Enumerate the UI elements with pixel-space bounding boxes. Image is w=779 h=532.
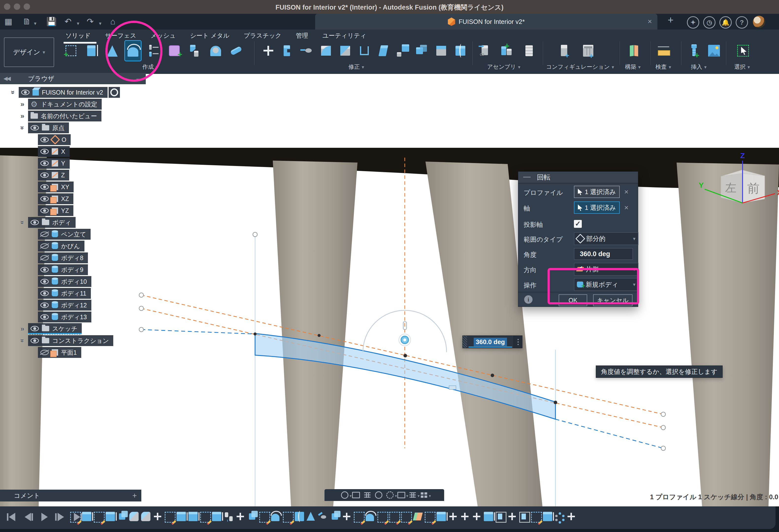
browser-row-ボディ13[interactable]: ボディ13 xyxy=(0,311,92,322)
timeline-feature-loft[interactable] xyxy=(306,512,315,521)
app-grid-icon[interactable]: ▦ xyxy=(4,17,12,26)
timeline-feature-move[interactable] xyxy=(153,512,162,521)
browser-item[interactable]: 原点 xyxy=(28,122,69,133)
user-avatar[interactable] xyxy=(753,16,765,28)
ribbon-tab-ソリッド[interactable]: ソリッド xyxy=(65,32,91,40)
browser-row-ボディ[interactable]: »ボディ xyxy=(0,217,75,228)
browser-row-コンストラクション[interactable]: »コンストラクション xyxy=(0,335,113,346)
browser-row-FUISON for Interior v2[interactable]: »FUISON for Interior v2 xyxy=(0,87,120,98)
configuration-tool-icon[interactable]: + xyxy=(557,41,573,61)
floating-angle-input[interactable]: 360.0 deg xyxy=(462,336,523,348)
timeline-feature-offset[interactable] xyxy=(318,512,328,521)
zoom-icon[interactable] xyxy=(374,491,383,499)
visibility-eye-off-icon[interactable] xyxy=(40,243,49,249)
timeline-feature-sketch[interactable] xyxy=(531,512,542,523)
section-label-構築[interactable]: 構築 xyxy=(625,63,641,71)
look-at-icon[interactable] xyxy=(351,491,361,499)
comment-bar[interactable]: コメント + xyxy=(0,490,141,501)
visibility-eye-off-icon[interactable] xyxy=(40,232,49,237)
move-tool-icon[interactable] xyxy=(260,41,276,61)
timeline-feature-sketch[interactable] xyxy=(401,512,412,523)
browser-row-ボディ8[interactable]: ボディ8 xyxy=(0,252,88,263)
timeline-feature-fill[interactable] xyxy=(496,512,506,523)
browser-row-ドキュメントの設定[interactable]: »⚙ドキュメントの設定 xyxy=(0,99,102,110)
browser-row-ボディ10[interactable]: ボディ10 xyxy=(0,276,92,287)
browser-row-スケッチ[interactable]: »スケッチ xyxy=(0,323,82,335)
timeline-feature-sketch[interactable] xyxy=(377,512,388,523)
scale-tool-icon[interactable] xyxy=(395,41,411,61)
undo-icon[interactable]: ↶ xyxy=(64,17,72,26)
browser-row-XY[interactable]: XY xyxy=(0,181,74,193)
hole-tool-icon[interactable] xyxy=(208,41,224,61)
timeline-feature-pattern[interactable] xyxy=(555,512,564,521)
timeline-feature-extrude[interactable] xyxy=(188,512,198,521)
browser-item[interactable]: ボディ xyxy=(28,217,75,228)
visibility-eye-off-icon[interactable] xyxy=(40,255,49,260)
layout-grid-icon[interactable]: ▾ xyxy=(408,491,418,499)
visibility-eye-icon[interactable] xyxy=(31,220,39,225)
fillet-tool-icon[interactable] xyxy=(318,41,334,61)
save-icon[interactable]: 💾 xyxy=(46,17,57,26)
job-status-icon[interactable]: ◷ xyxy=(703,16,715,28)
browser-item[interactable]: XY xyxy=(38,181,74,192)
timeline-feature-sketch[interactable] xyxy=(70,512,81,523)
config-table-tool-icon[interactable]: + xyxy=(581,41,596,61)
timeline-feature-extrude[interactable] xyxy=(436,512,446,521)
timeline-feature-fill[interactable] xyxy=(519,512,530,523)
browser-row-ボディ12[interactable]: ボディ12 xyxy=(0,299,92,311)
browser-item[interactable]: ボディ9 xyxy=(38,264,88,275)
dialog-header[interactable]: — 回転 xyxy=(518,172,638,183)
viewports-icon[interactable]: ▾ xyxy=(419,491,429,499)
browser-row-XZ[interactable]: XZ xyxy=(0,193,73,204)
extrude-tool-icon[interactable] xyxy=(84,41,100,61)
angle-input[interactable]: 360.0 deg xyxy=(574,248,633,260)
component-activate-badge[interactable] xyxy=(109,87,120,98)
caret-icon[interactable]: ▾ xyxy=(429,493,431,498)
browser-item[interactable]: 平面1 xyxy=(38,347,81,358)
timeline-feature-sketch[interactable] xyxy=(165,512,176,523)
visibility-eye-icon[interactable] xyxy=(31,326,39,331)
timeline-go-to-start-button[interactable] xyxy=(9,513,15,521)
axis-clear-icon[interactable]: × xyxy=(624,203,628,212)
browser-row-X[interactable]: X xyxy=(0,146,70,157)
browser-item[interactable]: XZ xyxy=(38,193,73,204)
extent-type-dropdown[interactable]: 部分的 ▾ xyxy=(574,232,639,245)
browser-row-ボディ9[interactable]: ボディ9 xyxy=(0,264,88,275)
browser-item[interactable]: ボディ11 xyxy=(38,288,91,299)
timeline-feature-extrude[interactable] xyxy=(484,512,493,521)
file-menu-icon[interactable]: 🗎 xyxy=(23,17,31,26)
chevron-down-icon[interactable]: » xyxy=(18,337,26,345)
section-label-修正[interactable]: 修正 xyxy=(348,63,364,71)
document-tab-close-icon[interactable]: × xyxy=(648,17,652,25)
visibility-eye-icon[interactable] xyxy=(40,196,49,201)
form-tool-icon[interactable]: + xyxy=(167,41,182,61)
joint-tool-icon[interactable]: + xyxy=(499,41,515,61)
chevron-right-icon[interactable]: » xyxy=(18,325,26,333)
create-sketch-tool-icon[interactable]: + xyxy=(63,41,79,61)
replace-face-tool-icon[interactable] xyxy=(433,41,449,61)
browser-item[interactable]: O xyxy=(38,134,71,145)
visibility-eye-icon[interactable] xyxy=(40,302,49,308)
timeline-feature-sketch[interactable] xyxy=(94,512,105,523)
chevron-right-icon[interactable]: » xyxy=(18,100,26,108)
timeline-feature-sketch[interactable] xyxy=(354,512,365,523)
visibility-eye-icon[interactable] xyxy=(31,338,39,343)
browser-item[interactable]: Z xyxy=(38,170,69,181)
orbit-icon[interactable]: ▾ xyxy=(340,491,350,499)
profile-clear-icon[interactable]: × xyxy=(624,188,628,196)
browser-row-ボディ11[interactable]: ボディ11 xyxy=(0,288,91,299)
visibility-eye-icon[interactable] xyxy=(40,149,49,154)
browser-row-原点[interactable]: »原点 xyxy=(0,122,69,133)
visibility-eye-icon[interactable] xyxy=(40,172,49,178)
notifications-bell-icon[interactable]: 🔔 xyxy=(719,16,732,28)
timeline-feature-fillet[interactable] xyxy=(141,512,151,521)
timeline-feature-extrude[interactable] xyxy=(543,512,552,521)
fit-icon[interactable]: ▾ xyxy=(385,491,395,499)
add-comment-icon[interactable]: + xyxy=(132,491,137,500)
help-icon[interactable]: ? xyxy=(736,16,748,28)
browser-item[interactable]: X xyxy=(38,146,70,157)
construct-plane-tool-icon[interactable] xyxy=(626,41,642,61)
section-label-検査[interactable]: 検査 xyxy=(655,63,671,71)
shell-tool-icon[interactable] xyxy=(357,41,372,61)
visibility-eye-icon[interactable] xyxy=(40,267,49,273)
